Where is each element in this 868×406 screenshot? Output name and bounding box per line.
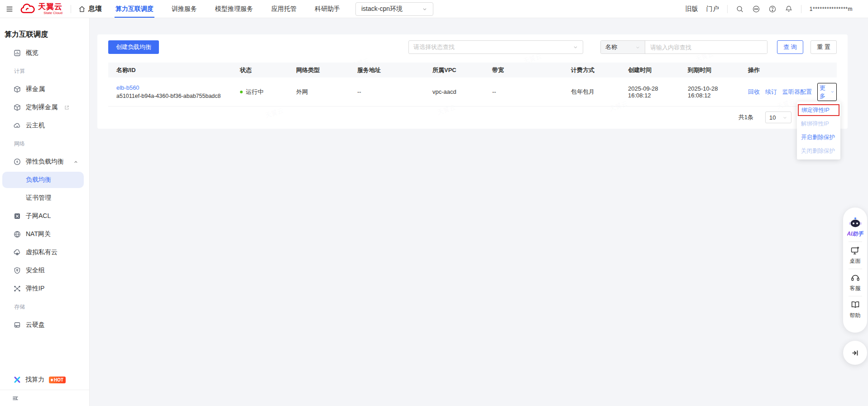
external-link-icon [64,105,69,110]
sidebar-item-bare-metal[interactable]: 裸金属 [0,80,89,98]
column-header: 名称/ID [108,63,232,77]
sidebar-section-storage: 存储 [0,298,89,316]
sidebar-item-cloud-disk[interactable]: 云硬盘 [0,316,89,334]
vpc-cloud-icon [14,249,21,256]
menu-item-enable-delete-protection[interactable]: 开启删除保护 [797,130,840,144]
search-field-select[interactable]: 名称 [601,41,645,53]
tab-training-service[interactable]: 训推服务 [163,0,206,18]
support-label: 客服 [850,285,861,292]
column-header: 创建时间 [620,63,680,77]
listener-config-action[interactable]: 监听器配置 [782,88,812,96]
status-text: 运行中 [246,88,264,96]
desktop-icon [850,246,860,256]
desktop-button[interactable]: 桌面 [850,242,861,269]
sidebar-item-elastic-ip[interactable]: 弹性IP [0,280,89,298]
cell-service-address: -- [349,77,424,106]
chevron-down-icon [635,45,640,50]
sidebar-title: 算力互联调度 [0,18,89,44]
cell-network-type: 外网 [288,77,349,106]
help-circle-icon[interactable] [768,5,777,13]
column-header: 网络类型 [288,63,349,77]
hamburger-menu-icon[interactable] [0,5,20,13]
query-button[interactable]: 查 询 [777,40,803,54]
chevron-down-icon [830,89,834,94]
page-size-value: 10 [769,114,776,121]
sidebar-item-label: 安全组 [26,266,45,275]
sidebar-item-label: 子网ACL [26,212,51,220]
menu-item-disable-delete-protection: 关闭删除保护 [797,144,840,158]
divider [801,5,801,13]
more-actions-menu: 绑定弹性IP 解绑弹性IP 开启删除保护 关闭删除保护 [797,102,840,160]
sidebar-subitem-load-balancer[interactable]: 负载均衡 [2,172,84,188]
support-button[interactable]: 客服 [850,269,861,296]
status-filter-select[interactable]: 请选择状态查找 [408,40,583,54]
search-input[interactable] [645,41,767,53]
sidebar-collapse-button[interactable] [0,390,89,406]
environment-select[interactable]: istack-cpn环境 [355,2,433,16]
notification-bell-icon[interactable] [785,5,793,13]
sidebar-item-subnet-acl[interactable]: 子网ACL [0,207,89,225]
help-button[interactable]: 帮助 [850,296,861,323]
table-row: elb-b560 a51011ef-b94a-4360-bf36-abab755… [108,77,837,106]
tab-model-inference[interactable]: 模型推理服务 [206,0,262,18]
pagination: 共1条 10 [108,106,837,128]
ai-robot-icon [848,217,863,228]
nav-home[interactable]: 息壤 [78,5,102,13]
recycle-action[interactable]: 回收 [748,88,760,96]
tab-research-assistant[interactable]: 科研助手 [306,0,349,18]
tab-compute-scheduling[interactable]: 算力互联调度 [106,0,163,18]
lb-name-link[interactable]: elb-b560 [116,84,139,91]
ai-assistant-button[interactable]: AI助手 [847,213,863,242]
sidebar-item-label: 虚拟私有云 [26,248,58,256]
username[interactable]: 1***************m [810,6,853,12]
search-icon[interactable] [736,5,744,13]
sidebar-item-cloud-host[interactable]: 云主机 [0,116,89,135]
menu-item-bind-eip[interactable]: 绑定弹性IP [798,104,839,116]
collapse-toolbar-button[interactable] [843,341,867,365]
sidebar-subitem-certificate-management[interactable]: 证书管理 [0,189,89,207]
divider [71,5,71,13]
sidebar-item-overview[interactable]: 概览 [0,44,89,62]
status-filter-placeholder: 请选择状态查找 [413,43,455,51]
ellipsis-circle-icon[interactable] [752,5,760,13]
load-balancer-panel: 天翼云 天翼云 天翼云 天翼云 天翼云 天翼云 天翼云 天翼云 创建负载均衡 请… [97,34,848,129]
table-header-row: 名称/ID 状态 网络类型 服务地址 所属VPC 带宽 计费方式 创建时间 到期… [108,63,837,77]
main-content: 天翼云 天翼云 天翼云 天翼云 天翼云 天翼云 天翼云 天翼云 创建负载均衡 请… [90,18,868,406]
page-size-select[interactable]: 10 [765,111,791,123]
sidebar-item-elb[interactable]: 弹性负载均衡 [0,153,89,171]
sidebar-item-label: 定制裸金属 [26,103,58,111]
brand-name: 天翼云 State Cloud [38,3,62,15]
load-balancer-icon [14,158,21,165]
cell-billing: 包年包月 [563,77,620,106]
sidebar-bottom: 找算力 HOT [0,370,89,406]
column-header: 操作 [740,63,837,77]
help-label: 帮助 [850,312,861,319]
top-nav-tabs: 算力互联调度 训推服务 模型推理服务 应用托管 科研助手 [106,0,349,18]
find-compute-link[interactable]: 找算力 HOT [0,370,89,390]
cube-icon [14,104,21,111]
tab-app-hosting[interactable]: 应用托管 [262,0,306,18]
create-load-balancer-button[interactable]: 创建负载均衡 [108,40,159,54]
sidebar-item-label: 弹性负载均衡 [26,158,64,166]
nodes-icon [14,285,21,292]
search-field-value: 名称 [605,43,617,51]
sidebar-item-label: 裸金属 [26,85,45,93]
topbar: 天翼云 State Cloud 息壤 算力互联调度 训推服务 模型推理服务 应用… [0,0,868,18]
column-header: 到期时间 [680,63,740,77]
sidebar-item-vpc[interactable]: 虚拟私有云 [0,243,89,261]
search-combo: 名称 [600,40,767,54]
sidebar-item-custom-bare-metal[interactable]: 定制裸金属 [0,98,89,116]
sidebar-item-label: 概览 [26,49,38,57]
divider [727,5,728,13]
renew-action[interactable]: 续订 [765,88,777,96]
reset-button[interactable]: 重 置 [810,40,837,54]
brand-logo[interactable]: 天翼云 State Cloud [20,3,71,15]
cell-name-id: elb-b560 a51011ef-b94a-4360-bf36-abab755… [108,77,232,106]
sidebar-item-nat-gateway[interactable]: NAT网关 [0,225,89,243]
sidebar-item-label: 弹性IP [26,285,44,293]
sidebar-item-security-group[interactable]: 安全组 [0,261,89,280]
portal-link[interactable]: 门户 [706,5,719,13]
old-version-link[interactable]: 旧版 [686,5,698,13]
more-label: 更多 [820,84,829,100]
more-actions-button[interactable]: 更多 [817,83,837,101]
